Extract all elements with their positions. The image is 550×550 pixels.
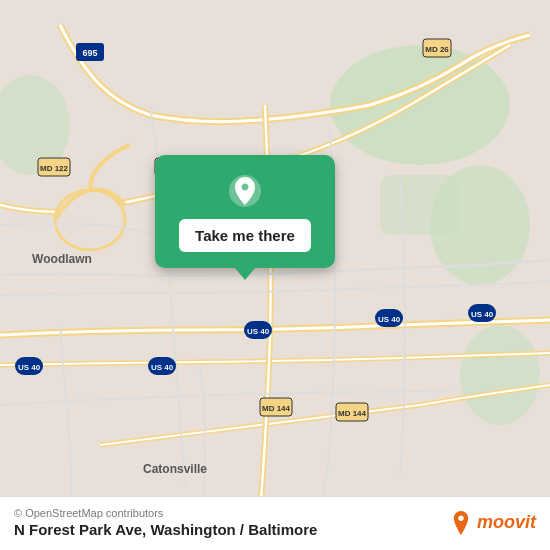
- popup-card: Take me there: [155, 155, 335, 268]
- map-background: 695 MD 26 MD 122 MD 122 US 40 US 40 US 4…: [0, 0, 550, 550]
- svg-text:US 40: US 40: [378, 315, 401, 324]
- svg-text:MD 26: MD 26: [425, 45, 449, 54]
- svg-text:MD 144: MD 144: [262, 404, 291, 413]
- svg-text:US 40: US 40: [151, 363, 174, 372]
- location-text: N Forest Park Ave, Washington / Baltimor…: [14, 521, 317, 538]
- moovit-pin-icon: [449, 511, 473, 535]
- map-container: 695 MD 26 MD 122 MD 122 US 40 US 40 US 4…: [0, 0, 550, 550]
- moovit-wordmark: moovit: [477, 512, 536, 533]
- bottom-left: © OpenStreetMap contributors N Forest Pa…: [14, 507, 317, 538]
- copyright-text: © OpenStreetMap contributors: [14, 507, 317, 519]
- svg-rect-5: [380, 175, 460, 235]
- svg-text:Woodlawn: Woodlawn: [32, 252, 92, 266]
- svg-point-6: [55, 190, 125, 250]
- moovit-logo[interactable]: moovit: [449, 511, 536, 535]
- svg-text:Catonsville: Catonsville: [143, 462, 207, 476]
- bottom-bar: © OpenStreetMap contributors N Forest Pa…: [0, 496, 550, 550]
- svg-text:MD 122: MD 122: [40, 164, 69, 173]
- take-me-there-button[interactable]: Take me there: [179, 219, 311, 252]
- svg-text:US 40: US 40: [471, 310, 494, 319]
- svg-text:US 40: US 40: [247, 327, 270, 336]
- svg-point-4: [460, 325, 540, 425]
- svg-text:695: 695: [82, 48, 97, 58]
- svg-text:US 40: US 40: [18, 363, 41, 372]
- location-pin-icon: [227, 173, 263, 209]
- svg-text:MD 144: MD 144: [338, 409, 367, 418]
